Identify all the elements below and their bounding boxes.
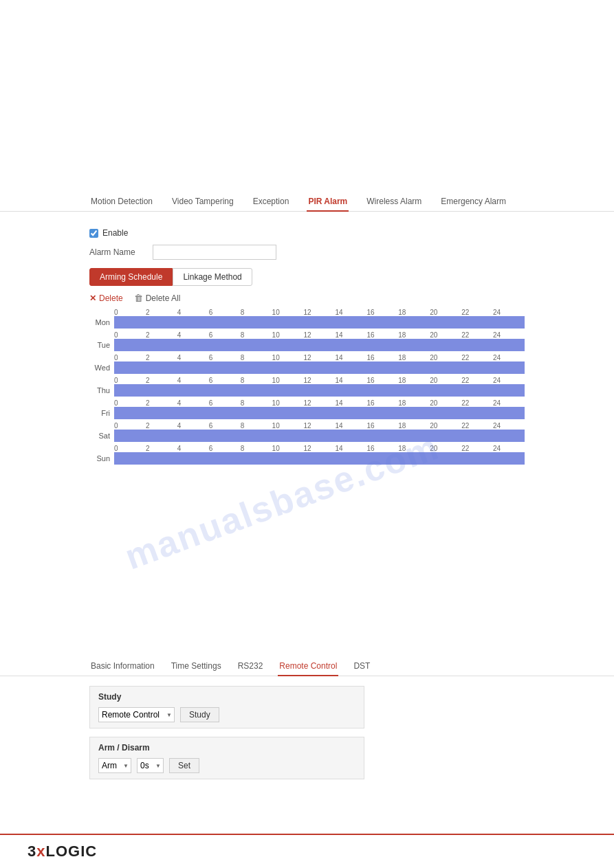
hour-label-24: 24 [493, 309, 525, 316]
delete-button[interactable]: ✕ Delete [89, 293, 123, 303]
hour-labels-fri: 0 2 4 6 8 10 12 14 16 18 20 22 24 [114, 399, 525, 407]
delete-all-label: Delete All [146, 293, 181, 303]
study-section-title: Study [98, 692, 355, 702]
tab-motion-detection[interactable]: Motion Detection [89, 192, 154, 212]
schedule-bar-sun[interactable] [114, 452, 525, 465]
tab-video-tampering[interactable]: Video Tampering [171, 192, 235, 212]
enable-label: Enable [102, 228, 128, 238]
hour-labels-thu: 0 2 4 6 8 10 12 14 16 18 20 22 24 [114, 377, 525, 384]
hour-labels-sun: 0 2 4 6 8 10 12 14 16 18 20 22 24 [114, 445, 525, 452]
delay-select-wrapper: 0s [137, 758, 164, 773]
study-button[interactable]: Study [180, 707, 219, 722]
tab-basic-information[interactable]: Basic Information [89, 657, 156, 676]
hour-labels-tue: 0 2 4 6 8 10 12 14 16 18 20 22 24 [114, 331, 525, 339]
schedule-bar-tue[interactable] [114, 339, 525, 351]
day-label-sat: Sat [89, 432, 114, 440]
hour-labels-row: 0 2 4 6 8 10 12 14 16 18 20 22 24 [114, 309, 525, 316]
arm-select[interactable]: Arm [98, 758, 131, 773]
delete-label: Delete [99, 293, 123, 303]
schedule-row-wed: Wed [89, 361, 525, 374]
schedule-bar-thu[interactable] [114, 384, 525, 397]
remote-control-select[interactable]: Remote Control [98, 707, 175, 722]
schedule-bar-fill-thu [114, 384, 525, 397]
tab-dst[interactable]: DST [352, 657, 371, 676]
tab-time-settings[interactable]: Time Settings [170, 657, 223, 676]
schedule-grid: 0 2 4 6 8 10 12 14 16 18 20 22 24 Mon 0 … [89, 309, 525, 465]
schedule-bar-fill-fri [114, 407, 525, 419]
bottom-tab-bar: Basic Information Time Settings RS232 Re… [0, 657, 614, 676]
schedule-bar-wed[interactable] [114, 361, 525, 374]
footer-logo: 3xLOGIC [28, 843, 97, 860]
day-label-tue: Tue [89, 341, 114, 349]
hour-label-2: 2 [146, 309, 177, 316]
schedule-row-sat: Sat [89, 430, 525, 442]
study-section: Study Remote Control Study [89, 686, 364, 728]
trash-icon: 🗑 [134, 293, 143, 303]
hour-label-8: 8 [241, 309, 272, 316]
schedule-row-sun: Sun [89, 452, 525, 465]
arm-select-wrapper: Arm [98, 758, 131, 773]
tab-emergency-alarm[interactable]: Emergency Alarm [439, 192, 507, 212]
hour-label-12: 12 [304, 309, 336, 316]
arm-section-title: Arm / Disarm [98, 743, 355, 753]
remote-control-select-wrapper: Remote Control [98, 707, 175, 722]
footer: 3xLOGIC [0, 834, 614, 868]
hour-label-16: 16 [366, 309, 398, 316]
set-button[interactable]: Set [169, 758, 199, 773]
tab-linkage-method[interactable]: Linkage Method [173, 268, 252, 286]
day-label-sun: Sun [89, 454, 114, 463]
tab-rs232[interactable]: RS232 [237, 657, 265, 676]
tab-remote-control[interactable]: Remote Control [278, 657, 338, 676]
tab-pir-alarm[interactable]: PIR Alarm [307, 192, 349, 212]
tab-wireless-alarm[interactable]: Wireless Alarm [365, 192, 423, 212]
arm-section: Arm / Disarm Arm 0s Set [89, 737, 364, 779]
alarm-name-row: Alarm Name [89, 245, 525, 260]
hour-labels-sat: 0 2 4 6 8 10 12 14 16 18 20 22 24 [114, 422, 525, 430]
day-label-thu: Thu [89, 386, 114, 394]
bottom-content: Study Remote Control Study Arm / Disarm … [0, 676, 614, 797]
schedule-bar-fill-sat [114, 430, 525, 442]
schedule-bar-mon[interactable] [114, 316, 525, 329]
delete-all-button[interactable]: 🗑 Delete All [134, 293, 181, 303]
day-label-fri: Fri [89, 409, 114, 417]
schedule-row-fri: Fri [89, 407, 525, 419]
schedule-bar-fill-sun [114, 452, 525, 465]
schedule-bar-fill-mon [114, 316, 525, 329]
top-tab-bar: Motion Detection Video Tampering Excepti… [0, 192, 614, 212]
alarm-name-input[interactable] [153, 245, 276, 260]
footer-logo-x: x [36, 843, 45, 860]
hour-label-10: 10 [272, 309, 304, 316]
enable-row: Enable [89, 228, 525, 238]
study-section-row: Remote Control Study [98, 707, 355, 722]
hour-label-14: 14 [335, 309, 366, 316]
schedule-row-mon: Mon [89, 316, 525, 329]
tab-exception[interactable]: Exception [252, 192, 291, 212]
arm-section-row: Arm 0s Set [98, 758, 355, 773]
main-content: Enable Alarm Name Arming Schedule Linkag… [0, 212, 614, 478]
schedule-row-tue: Tue [89, 339, 525, 351]
hour-label-20: 20 [430, 309, 461, 316]
enable-checkbox[interactable] [89, 229, 98, 238]
alarm-name-label: Alarm Name [89, 247, 144, 257]
schedule-bar-fill-tue [114, 339, 525, 351]
delay-select[interactable]: 0s [137, 758, 164, 773]
schedule-row-thu: Thu [89, 384, 525, 397]
tab-arming-schedule[interactable]: Arming Schedule [89, 268, 173, 286]
sub-tabs: Arming Schedule Linkage Method [89, 268, 525, 286]
schedule-bar-fill-wed [114, 361, 525, 374]
action-row: ✕ Delete 🗑 Delete All [89, 293, 525, 303]
hour-label-0: 0 [114, 309, 146, 316]
hour-label-6: 6 [209, 309, 241, 316]
schedule-bar-sat[interactable] [114, 430, 525, 442]
schedule-bar-fri[interactable] [114, 407, 525, 419]
day-label-mon: Mon [89, 318, 114, 326]
hour-label-4: 4 [177, 309, 209, 316]
day-label-wed: Wed [89, 364, 114, 372]
hour-label-18: 18 [398, 309, 430, 316]
x-icon: ✕ [89, 293, 96, 303]
hour-label-22: 22 [461, 309, 493, 316]
hour-labels-wed: 0 2 4 6 8 10 12 14 16 18 20 22 24 [114, 354, 525, 361]
